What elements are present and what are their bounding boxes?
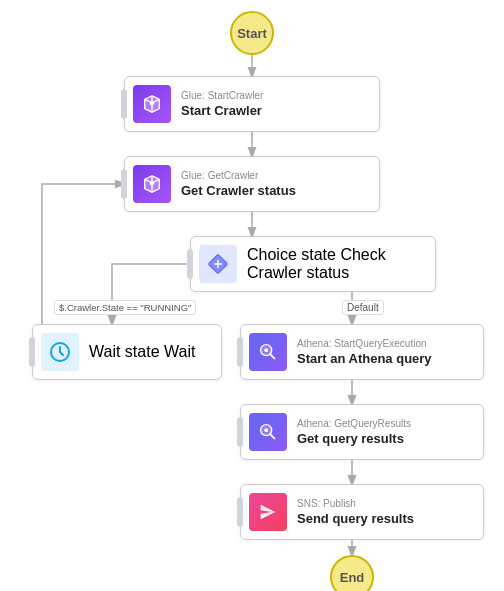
get-results-sublabel: Athena: GetQueryResults	[297, 418, 411, 429]
default-label: Default	[342, 300, 384, 315]
check-crawler-node[interactable]: Choice state Check Crawler status	[190, 236, 436, 292]
wait-text: Wait state Wait	[89, 343, 195, 361]
start-crawler-text: Glue: StartCrawler Start Crawler	[181, 90, 263, 118]
left-handle	[121, 169, 127, 199]
start-label: Start	[237, 26, 267, 41]
check-crawler-text: Choice state Check Crawler status	[247, 246, 423, 282]
end-node: End	[330, 555, 374, 591]
start-athena-icon	[249, 333, 287, 371]
start-crawler-node[interactable]: Glue: StartCrawler Start Crawler	[124, 76, 380, 132]
send-results-mainlabel: Send query results	[297, 511, 414, 526]
wait-node[interactable]: Wait state Wait	[32, 324, 222, 380]
get-results-mainlabel: Get query results	[297, 431, 411, 446]
svg-point-11	[264, 348, 268, 352]
send-results-text: SNS: Publish Send query results	[297, 498, 414, 526]
start-athena-sublabel: Athena: StartQueryExecution	[297, 338, 432, 349]
left-handle	[187, 249, 193, 279]
send-results-sublabel: SNS: Publish	[297, 498, 414, 509]
end-label: End	[340, 570, 365, 585]
check-crawler-sublabel: Choice state	[247, 246, 336, 263]
get-results-icon	[249, 413, 287, 451]
svg-point-7	[150, 181, 155, 186]
left-handle	[237, 497, 243, 527]
get-results-node[interactable]: Athena: GetQueryResults Get query result…	[240, 404, 484, 460]
running-condition-label: $.Crawler.State == "RUNNING"	[54, 300, 196, 315]
get-results-text: Athena: GetQueryResults Get query result…	[297, 418, 411, 446]
left-handle	[237, 417, 243, 447]
start-node: Start	[230, 11, 274, 55]
start-athena-mainlabel: Start an Athena query	[297, 351, 432, 366]
svg-point-13	[264, 428, 268, 432]
left-handle	[237, 337, 243, 367]
get-crawler-mainlabel: Get Crawler status	[181, 183, 296, 198]
send-results-node[interactable]: SNS: Publish Send query results	[240, 484, 484, 540]
wait-icon	[41, 333, 79, 371]
get-crawler-icon	[133, 165, 171, 203]
left-handle	[29, 337, 35, 367]
get-crawler-node[interactable]: Glue: GetCrawler Get Crawler status	[124, 156, 380, 212]
choice-icon	[199, 245, 237, 283]
left-handle	[121, 89, 127, 119]
start-crawler-icon	[133, 85, 171, 123]
start-crawler-sublabel: Glue: StartCrawler	[181, 90, 263, 101]
start-athena-node[interactable]: Athena: StartQueryExecution Start an Ath…	[240, 324, 484, 380]
get-crawler-sublabel: Glue: GetCrawler	[181, 170, 296, 181]
wait-mainlabel: Wait	[164, 343, 195, 360]
get-crawler-text: Glue: GetCrawler Get Crawler status	[181, 170, 296, 198]
workflow-diagram: Start Glue: StartCrawler Start Crawler	[12, 8, 492, 583]
svg-point-6	[150, 101, 155, 106]
start-crawler-mainlabel: Start Crawler	[181, 103, 263, 118]
send-results-icon	[249, 493, 287, 531]
wait-sublabel: Wait state	[89, 343, 160, 360]
start-athena-text: Athena: StartQueryExecution Start an Ath…	[297, 338, 432, 366]
